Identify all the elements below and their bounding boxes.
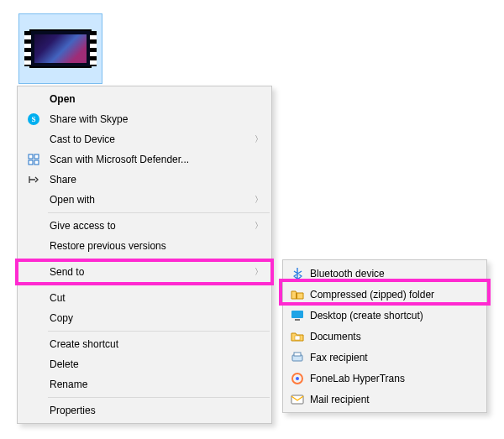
menu-give-access-to[interactable]: Give access to 〉 <box>19 216 270 236</box>
chevron-right-icon: 〉 <box>255 133 263 145</box>
svg-point-13 <box>296 377 299 380</box>
share-icon <box>23 173 45 186</box>
menu-delete[interactable]: Delete <box>19 354 270 374</box>
menu-label: Give access to <box>45 220 253 232</box>
submenu-fonelab-hypertrans[interactable]: FoneLab HyperTrans <box>285 368 485 389</box>
bluetooth-icon <box>288 267 307 280</box>
submenu-desktop-shortcut[interactable]: Desktop (create shortcut) <box>285 305 485 326</box>
menu-copy[interactable]: Copy <box>19 308 270 328</box>
submenu-label: Mail recipient <box>307 394 480 405</box>
svg-rect-9 <box>295 336 300 340</box>
submenu-compressed-zip-folder[interactable]: Compressed (zipped) folder <box>285 284 485 305</box>
defender-shield-icon <box>23 153 45 166</box>
skype-icon: S <box>23 112 45 126</box>
chevron-right-icon: 〉 <box>255 266 263 278</box>
svg-rect-8 <box>295 319 300 321</box>
submenu-label: Desktop (create shortcut) <box>307 310 480 321</box>
svg-rect-4 <box>29 160 33 165</box>
menu-label: Scan with Microsoft Defender... <box>45 154 253 165</box>
submenu-label: Compressed (zipped) folder <box>307 289 480 301</box>
menu-restore-previous-versions[interactable]: Restore previous versions <box>19 236 270 256</box>
zip-folder-icon <box>288 288 307 301</box>
svg-rect-3 <box>34 154 39 159</box>
menu-open-with[interactable]: Open with 〉 <box>19 190 270 210</box>
documents-folder-icon <box>288 330 307 343</box>
svg-rect-5 <box>34 160 39 165</box>
menu-label: Create shortcut <box>45 338 253 350</box>
file-item-video[interactable] <box>18 13 102 84</box>
menu-separator <box>48 331 270 332</box>
menu-label: Share with Skype <box>45 113 253 125</box>
menu-send-to[interactable]: Send to 〉 <box>19 262 270 282</box>
menu-label: Send to <box>45 266 253 278</box>
menu-cut[interactable]: Cut <box>19 288 270 308</box>
menu-separator <box>48 285 270 285</box>
mail-icon <box>288 393 307 406</box>
svg-rect-2 <box>29 154 33 159</box>
menu-rename[interactable]: Rename <box>19 374 270 395</box>
menu-label: Rename <box>45 379 253 390</box>
context-submenu-send-to: Bluetooth device Compressed (zipped) fol… <box>282 259 487 413</box>
submenu-bluetooth-device[interactable]: Bluetooth device <box>285 263 485 284</box>
menu-share[interactable]: Share <box>19 170 270 190</box>
svg-rect-6 <box>296 293 297 299</box>
submenu-documents[interactable]: Documents <box>285 326 485 347</box>
submenu-label: Bluetooth device <box>307 268 480 280</box>
desktop-icon <box>288 309 307 322</box>
svg-rect-11 <box>294 353 301 356</box>
submenu-label: FoneLab HyperTrans <box>307 373 480 384</box>
menu-label: Share <box>45 174 253 186</box>
submenu-label: Documents <box>307 331 480 342</box>
menu-label: Copy <box>45 312 253 324</box>
menu-label: Open with <box>45 194 253 206</box>
video-thumbnail <box>29 29 92 68</box>
fonelab-icon <box>288 372 307 385</box>
submenu-mail-recipient[interactable]: Mail recipient <box>285 389 485 410</box>
menu-create-shortcut[interactable]: Create shortcut <box>19 334 270 354</box>
menu-properties[interactable]: Properties <box>19 400 270 421</box>
menu-separator <box>48 212 270 213</box>
fax-icon <box>288 351 307 364</box>
svg-rect-7 <box>291 311 303 318</box>
chevron-right-icon: 〉 <box>255 194 263 206</box>
menu-scan-defender[interactable]: Scan with Microsoft Defender... <box>19 149 270 170</box>
menu-cast-to-device[interactable]: Cast to Device 〉 <box>19 129 270 149</box>
menu-share-with-skype[interactable]: S Share with Skype <box>19 109 270 129</box>
menu-label: Delete <box>45 358 253 370</box>
video-thumbnail-art <box>34 34 87 63</box>
menu-label: Cut <box>45 292 253 304</box>
menu-label: Restore previous versions <box>45 240 253 252</box>
menu-label: Cast to Device <box>45 133 253 145</box>
svg-rect-14 <box>291 395 303 404</box>
chevron-right-icon: 〉 <box>255 220 263 232</box>
submenu-label: Fax recipient <box>307 352 480 363</box>
context-menu: Open S Share with Skype Cast to Device 〉… <box>17 86 272 424</box>
menu-label: Open <box>45 93 253 105</box>
menu-open[interactable]: Open <box>19 89 270 109</box>
submenu-fax-recipient[interactable]: Fax recipient <box>285 347 485 368</box>
menu-label: Properties <box>45 405 253 416</box>
menu-separator <box>48 259 270 259</box>
svg-text:S: S <box>31 115 35 123</box>
menu-separator <box>48 397 270 398</box>
